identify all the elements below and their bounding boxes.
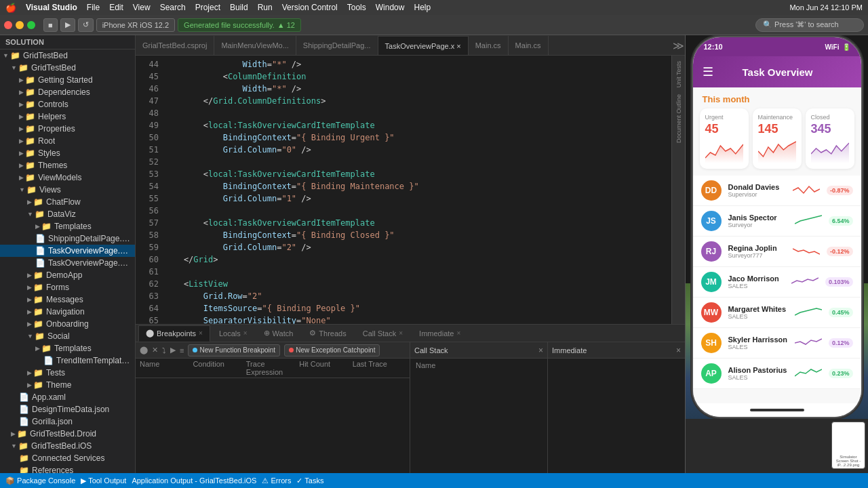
tab-overflow[interactable]: ≫ (671, 36, 685, 55)
person-item[interactable]: DD Donald Davies Supervisor -0.87% (693, 176, 861, 206)
menu-view[interactable]: View (133, 3, 151, 12)
hamburger-icon[interactable]: ☰ (703, 64, 713, 79)
maximize-button[interactable] (27, 21, 35, 29)
tab-breakpoints[interactable]: ⬤ Breakpoints × (138, 325, 210, 342)
sidebar-item-dataviz-templates[interactable]: ▶ 📁 Templates (0, 220, 135, 232)
tab-threads[interactable]: ⚙ Threads (302, 325, 353, 342)
toolbar-play-btn[interactable]: ▶ (60, 18, 75, 32)
menu-search[interactable]: Search (160, 3, 186, 12)
sidebar-item-themes[interactable]: ▶ 📁 Themes (0, 159, 135, 171)
sidebar-item-appxaml[interactable]: 📄 App.xaml (0, 391, 135, 403)
menu-file[interactable]: File (87, 3, 100, 12)
menu-build[interactable]: Build (230, 3, 248, 12)
bp-step-icon[interactable]: ⤵ (162, 346, 166, 354)
close-icon[interactable]: × (199, 329, 203, 337)
sidebar-item-references[interactable]: 📁 References (0, 464, 135, 473)
menu-edit[interactable]: Edit (109, 3, 123, 12)
tab-shipping[interactable]: ShippingDetailPag... (296, 36, 378, 55)
sidebar-item-dataviz[interactable]: ▼ 📁 DataViz (0, 208, 135, 220)
sidebar-item-connected[interactable]: 📁 Connected Services (0, 452, 135, 464)
tab-main1[interactable]: Main.cs (469, 36, 509, 55)
person-item[interactable]: SH Skyler Harrisson SALES 0.12% (693, 328, 861, 359)
tab-immediate[interactable]: Immediate × (412, 325, 468, 342)
close-icon[interactable]: × (243, 329, 248, 337)
sidebar-item-gorilla[interactable]: 📄 Gorilla.json (0, 415, 135, 428)
status-tool-output[interactable]: ▶ Tool Output (81, 476, 126, 485)
sidebar-item-gridtestbed[interactable]: ▼ 📁 GridTestBed (0, 62, 135, 74)
sidebar-item-getting-started[interactable]: ▶ 📁 Getting Started (0, 74, 135, 86)
person-item[interactable]: AP Alison Pastorius SALES 0.23% (693, 359, 861, 389)
tab-main2[interactable]: Main.cs (509, 36, 549, 55)
code-editor[interactable]: 4445464748 4950515253 5455565758 5960616… (136, 56, 671, 324)
sidebar-item-dependencies[interactable]: ▶ 📁 Dependencies (0, 86, 135, 98)
search-bar[interactable]: 🔍 Press '⌘' to search (755, 18, 864, 32)
toolbar-reload-btn[interactable]: ↺ (78, 18, 94, 32)
sidebar-item-droid[interactable]: ▶ 📁 GridTestBed.Droid (0, 428, 135, 440)
tab-mainmenu[interactable]: MainMenuViewMo... (214, 36, 296, 55)
sidebar-item-taskoverview[interactable]: 📄 TaskOverviewPage.xaml (0, 245, 135, 257)
sidebar-item-properties[interactable]: ▶ 📁 Properties (0, 123, 135, 135)
device-selector[interactable]: iPhone XR iOS 12.2 (96, 18, 175, 32)
phone-content[interactable]: This month Urgent 45 (693, 87, 861, 403)
new-exception-catchpoint-btn[interactable]: New Exception Catchpoint (284, 344, 380, 357)
close-icon[interactable]: × (538, 346, 543, 355)
close-button[interactable] (4, 21, 12, 29)
sidebar-item-styles[interactable]: ▶ 📁 Styles (0, 147, 135, 159)
tab-taskoverview[interactable]: TaskOverviewPage.x × (378, 36, 469, 55)
unit-tests-tab[interactable]: Unit Tests (674, 58, 684, 90)
menu-project[interactable]: Project (195, 3, 220, 12)
sidebar-item-taskoverview-cs[interactable]: 📄 TaskOverviewPage.xaml.cs (0, 257, 135, 269)
sidebar-item-forms[interactable]: ▶ 📁 Forms (0, 281, 135, 293)
sidebar-item-controls[interactable]: ▶ 📁 Controls (0, 98, 135, 110)
person-item[interactable]: MW Margaret Whites SALES 0.45% (693, 298, 861, 328)
sidebar-item-demoapp[interactable]: ▶ 📁 DemoApp (0, 269, 135, 281)
toolbar-stop-btn[interactable]: ■ (43, 18, 58, 32)
sidebar-item-social-templates[interactable]: ▶ 📁 Templates (0, 342, 135, 354)
sidebar-item-onboarding[interactable]: ▶ 📁 Onboarding (0, 318, 135, 330)
sidebar-item-messages[interactable]: ▶ 📁 Messages (0, 293, 135, 306)
close-icon[interactable]: × (399, 329, 403, 337)
sidebar-item-shippingdetailpage[interactable]: 📄 ShippingDetailPage.xaml (0, 232, 135, 245)
status-errors[interactable]: ⚠ Errors (262, 476, 291, 485)
sidebar-item-viewmodels[interactable]: ▶ 📁 ViewModels (0, 171, 135, 184)
tab-grial[interactable]: GrialTestBed.csproj (136, 36, 214, 55)
code-text[interactable]: Width="*" /> <ColumnDefinition Width="*"… (164, 56, 671, 324)
sidebar-item-designtimedata[interactable]: 📄 DesignTimeData.json (0, 403, 135, 415)
menu-window[interactable]: Window (376, 3, 405, 12)
menu-tools[interactable]: Tools (347, 3, 366, 12)
status-app-output[interactable]: Application Output - GrialTestBed.iOS (132, 476, 256, 485)
menu-help[interactable]: Help (414, 3, 431, 12)
bp-filter-icon[interactable]: ≡ (180, 346, 184, 354)
sidebar-item-ios[interactable]: ▼ 📁 GridTestBed.iOS (0, 440, 135, 452)
sidebar-item-root[interactable]: ▶ 📁 Root (0, 135, 135, 147)
tab-callstack[interactable]: Call Stack × (355, 325, 410, 342)
bp-stop-icon[interactable]: ✕ (152, 346, 158, 354)
minimize-button[interactable] (16, 21, 24, 29)
person-item[interactable]: JS Janis Spector Surveyor 6.54% (693, 206, 861, 237)
sidebar-item-helpers[interactable]: ▶ 📁 Helpers (0, 110, 135, 123)
sidebar-item-navigation[interactable]: ▶ 📁 Navigation (0, 306, 135, 318)
screenshot-thumbnail[interactable]: Simulator Screen Shot - iP...2.29.png (831, 422, 865, 469)
bp-continue-icon[interactable]: ▶ (170, 346, 176, 354)
person-item[interactable]: RJ Regina Joplin Surveyor777 -0.12% (693, 237, 861, 267)
sidebar-item-gridtestbed-root[interactable]: ▼ 📁 GridTestBed (0, 49, 135, 62)
document-outline-tab[interactable]: Document Outline (674, 92, 684, 146)
sidebar-item-theme[interactable]: ▶ 📁 Theme (0, 379, 135, 391)
status-package-console[interactable]: 📦 Package Console (5, 476, 75, 485)
close-icon[interactable]: × (676, 346, 681, 355)
close-icon[interactable]: × (456, 329, 460, 337)
expand-arrow: ▶ (19, 162, 24, 169)
sidebar-item-tests[interactable]: ▶ 📁 Tests (0, 367, 135, 379)
status-tasks[interactable]: ✓ Tasks (296, 476, 323, 485)
menu-run[interactable]: Run (258, 3, 273, 12)
new-function-breakpoint-btn[interactable]: New Function Breakpoint (188, 344, 280, 357)
sidebar-item-trenditem[interactable]: 📄 TrendItemTemplate.xaml (0, 354, 135, 367)
person-item[interactable]: JM Jaco Morrison SALES 0.103% (693, 267, 861, 298)
bp-record-icon[interactable]: ⬤ (140, 346, 148, 354)
sidebar-item-chatflow[interactable]: ▶ 📁 ChatFlow (0, 196, 135, 208)
sidebar-item-social[interactable]: ▼ 📁 Social (0, 330, 135, 342)
tab-locals[interactable]: Locals × (212, 325, 255, 342)
tab-watch[interactable]: ⊕ Watch (256, 325, 301, 342)
sidebar-item-views[interactable]: ▼ 📁 Views (0, 184, 135, 196)
menu-version-control[interactable]: Version Control (282, 3, 338, 12)
